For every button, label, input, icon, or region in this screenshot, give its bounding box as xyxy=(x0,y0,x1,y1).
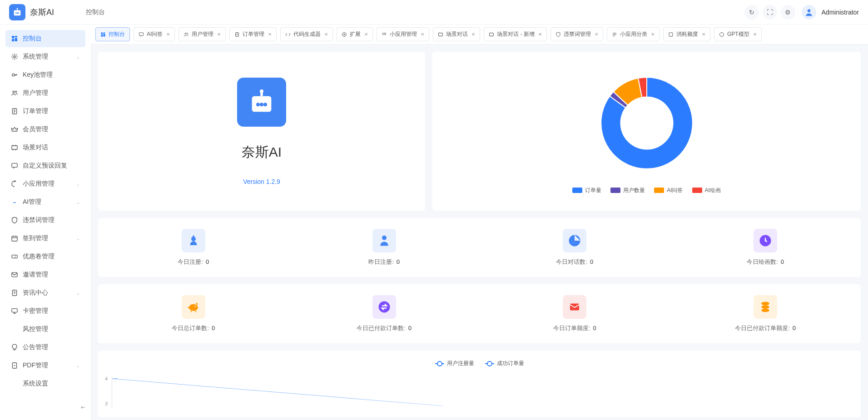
legend-label: 订单量 xyxy=(585,187,601,194)
legend-swatch xyxy=(692,188,702,193)
sidebar-item-label: 系统设置 xyxy=(23,380,48,388)
sidebar-item-3[interactable]: 用户管理 xyxy=(5,84,85,102)
legend-item[interactable]: AI问答 xyxy=(654,187,683,194)
tab-close-icon[interactable]: ✕ xyxy=(651,32,655,37)
sidebar-item-7[interactable]: 自定义预设回复 xyxy=(5,157,85,174)
tab-6[interactable]: 小应用管理✕ xyxy=(377,27,429,41)
tab-close-icon[interactable]: ✕ xyxy=(538,32,542,37)
stat-item: 今日订单额度:0 xyxy=(480,295,670,332)
order-icon xyxy=(234,32,240,37)
tab-1[interactable]: AI问答✕ xyxy=(134,27,175,41)
sidebar-item-label: 风控管理 xyxy=(23,325,48,333)
username-label[interactable]: Administrator xyxy=(822,9,859,16)
brand-name: 奈斯AI xyxy=(30,7,54,18)
line-legend-item[interactable]: 用户注册量 xyxy=(435,360,474,367)
donut-chart-card: 订单量用户数量AI问答AI绘画 xyxy=(432,52,861,211)
tab-label: 场景对话 - 新增 xyxy=(497,30,535,38)
robot-icon xyxy=(11,198,18,206)
sidebar-item-18[interactable]: PDF管理⌄ xyxy=(5,357,85,374)
legend-label: AI绘画 xyxy=(705,187,721,194)
sidebar-item-0[interactable]: 控制台 xyxy=(5,30,85,47)
tab-close-icon[interactable]: ✕ xyxy=(364,32,368,37)
sidebar-item-label: 优惠卷管理 xyxy=(23,252,55,261)
piggy-icon xyxy=(182,295,205,319)
sidebar-item-10[interactable]: 违禁词管理 xyxy=(5,212,85,229)
sidebar-item-label: 订单管理 xyxy=(23,107,48,115)
sidebar-item-14[interactable]: 资讯中心⌄ xyxy=(5,284,85,301)
tab-label: 小应用管理 xyxy=(390,30,417,38)
line-legend-label: 成功订单量 xyxy=(497,360,524,367)
reload-button[interactable]: ↻ xyxy=(744,5,759,20)
stat-label: 今日对话数:0 xyxy=(556,258,593,266)
legend-item[interactable]: AI绘画 xyxy=(692,187,721,194)
tab-close-icon[interactable]: ✕ xyxy=(753,32,757,37)
sidebar-collapse-button[interactable]: ⇤ xyxy=(78,404,88,411)
svg-point-45 xyxy=(112,378,117,379)
stat-item: 今日已付款订单额度:0 xyxy=(670,295,861,332)
baby-icon xyxy=(182,229,205,252)
tab-10[interactable]: 小应用分类✕ xyxy=(607,27,660,41)
tab-7[interactable]: 场景对话✕ xyxy=(433,27,480,41)
stat-value: 0 xyxy=(408,325,412,331)
intro-card: 奈斯AI Version 1.2.9 xyxy=(98,52,425,211)
sidebar-item-4[interactable]: 订单管理 xyxy=(5,103,85,120)
fullscreen-button[interactable]: ⛶ xyxy=(763,5,777,20)
sidebar-item-1[interactable]: 系统管理⌄ xyxy=(5,48,85,65)
legend-label: AI问答 xyxy=(667,187,683,194)
stat-value: 0 xyxy=(206,258,209,265)
sidebar-item-19[interactable]: 系统设置 xyxy=(5,375,85,392)
tab-close-icon[interactable]: ✕ xyxy=(268,32,272,37)
legend-item[interactable]: 用户数量 xyxy=(610,187,645,194)
sidebar-item-6[interactable]: 场景对话 xyxy=(5,139,85,156)
line-legend-item[interactable]: 成功订单量 xyxy=(485,360,524,367)
legend-item[interactable]: 订单量 xyxy=(572,187,601,194)
tab-label: 小应用分类 xyxy=(620,30,647,38)
sidebar-item-label: 系统管理 xyxy=(23,53,48,61)
ticket-icon xyxy=(11,253,18,260)
crown-icon xyxy=(11,126,18,133)
tab-close-icon[interactable]: ✕ xyxy=(471,32,475,37)
sidebar-item-11[interactable]: 签到管理⌄ xyxy=(5,230,85,247)
tab-4[interactable]: 代码生成器✕ xyxy=(280,27,333,41)
tab-2[interactable]: 用户管理✕ xyxy=(179,27,226,41)
tab-label: AI问答 xyxy=(147,30,163,38)
tab-5[interactable]: 扩展✕ xyxy=(337,27,373,41)
tab-11[interactable]: 消耗额度✕ xyxy=(663,27,710,41)
sidebar-item-label: 用户管理 xyxy=(23,89,48,97)
users-icon xyxy=(11,89,18,97)
tab-9[interactable]: 违禁词管理✕ xyxy=(551,27,603,41)
legend-swatch xyxy=(654,188,664,193)
tab-close-icon[interactable]: ✕ xyxy=(324,32,328,37)
sidebar-item-15[interactable]: 卡密管理 xyxy=(5,302,85,320)
stat-value: 0 xyxy=(781,258,784,265)
tab-close-icon[interactable]: ✕ xyxy=(166,32,170,37)
sidebar-item-2[interactable]: Key池管理 xyxy=(5,66,85,84)
sidebar-item-8[interactable]: 小应用管理⌄ xyxy=(5,175,85,193)
tab-0[interactable]: 控制台 xyxy=(95,27,130,41)
sidebar-item-13[interactable]: 邀请管理 xyxy=(5,266,85,283)
sidebar-item-label: 公告管理 xyxy=(23,343,48,351)
sidebar-item-17[interactable]: 公告管理 xyxy=(5,339,85,356)
stat-item: 今日对话数:0 xyxy=(480,229,670,266)
sidebar-item-9[interactable]: AI管理⌄ xyxy=(5,193,85,211)
pie-icon xyxy=(563,229,586,252)
donut-chart xyxy=(592,69,701,178)
chevron-down-icon: ⌄ xyxy=(76,363,80,368)
tab-close-icon[interactable]: ✕ xyxy=(217,32,221,37)
shield-icon xyxy=(11,217,18,224)
tab-12[interactable]: GPT模型✕ xyxy=(714,27,762,41)
tab-close-icon[interactable]: ✕ xyxy=(595,32,598,37)
tab-3[interactable]: 订单管理✕ xyxy=(229,27,277,41)
tab-close-icon[interactable]: ✕ xyxy=(421,32,424,37)
stat-item: 今日绘画数:0 xyxy=(670,229,861,266)
sidebar-item-label: 场景对话 xyxy=(23,143,48,152)
intro-title: 奈斯AI xyxy=(242,143,282,162)
sidebar-item-16[interactable]: 风控管理 xyxy=(5,321,85,338)
tab-close-icon[interactable]: ✕ xyxy=(702,32,705,37)
sidebar-item-label: 资讯中心 xyxy=(23,289,48,297)
avatar-icon[interactable] xyxy=(802,5,816,20)
sidebar-item-12[interactable]: 优惠卷管理 xyxy=(5,248,85,265)
tab-8[interactable]: 场景对话 - 新增✕ xyxy=(484,27,547,41)
settings-button[interactable]: ⚙ xyxy=(781,5,795,20)
sidebar-item-5[interactable]: 会员管理 xyxy=(5,121,85,138)
